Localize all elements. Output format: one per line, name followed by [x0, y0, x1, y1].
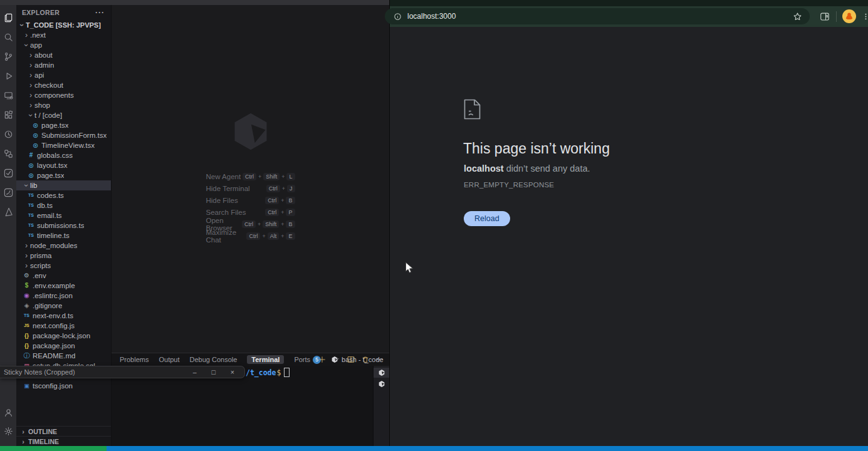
tree-file-codes-ts[interactable]: TScodes.ts: [16, 190, 111, 200]
bookmark-star-icon[interactable]: [793, 12, 802, 21]
tree-folder-components[interactable]: ›components: [16, 90, 111, 100]
tree-file--eslintrc-json[interactable]: ◉.eslintrc.json: [16, 291, 111, 301]
tree-file-email-ts[interactable]: TSemail.ts: [16, 210, 111, 220]
panel-tab-output[interactable]: Output: [159, 356, 179, 363]
tree-file-package-json[interactable]: {}package.json: [16, 341, 111, 351]
prisma-icon[interactable]: [0, 204, 16, 219]
plus-separator: +: [258, 221, 261, 227]
tree-item-label: tsconfig.json: [33, 381, 73, 391]
shortcut-hint: Hide FilesCtrl+B: [206, 194, 295, 206]
remote-icon[interactable]: [0, 88, 16, 103]
browser-menu-icon[interactable]: [862, 12, 868, 21]
side-panel-icon[interactable]: [820, 12, 830, 21]
tree-folder--next[interactable]: ›.next: [16, 30, 111, 40]
tree-file-timeline-ts[interactable]: TStimeline.ts: [16, 231, 111, 241]
tree-folder-lib[interactable]: ›lib: [16, 180, 111, 190]
terminal-dropdown-icon[interactable]: [332, 355, 341, 364]
history-icon[interactable]: [0, 127, 16, 142]
browser-toolbar: localhost:3000: [390, 6, 868, 27]
extensions-icon[interactable]: [0, 107, 16, 122]
panel-tab-ports[interactable]: Ports5: [294, 356, 321, 364]
panel-tab-problems[interactable]: Problems: [120, 356, 149, 363]
tree-file-package-lock-json[interactable]: {}package-lock.json: [16, 331, 111, 341]
toolbar-separator: [836, 11, 837, 22]
tree-folder-t-code-ssh-jpvps-[interactable]: ›T_CODE [SSH: JPVPS]: [16, 20, 111, 30]
tree-item-label: .env: [33, 271, 46, 281]
agent-a-icon[interactable]: [0, 165, 16, 180]
tree-file-db-ts[interactable]: TSdb.ts: [16, 200, 111, 210]
explorer-icon[interactable]: [0, 10, 16, 25]
terminal-session-item[interactable]: [374, 379, 389, 389]
tree-file--env-example[interactable]: $.env.example: [16, 281, 111, 291]
agent-b-icon[interactable]: [0, 185, 16, 200]
tree-file-readme-md[interactable]: ⓘREADME.md: [16, 351, 111, 361]
key-chip: Ctrl: [266, 185, 280, 192]
new-terminal-icon[interactable]: [318, 355, 327, 364]
tree-item-label: SubmissionForm.tsx: [41, 130, 107, 140]
error-host: localhost: [464, 163, 504, 174]
terminal-session-item[interactable]: [374, 368, 389, 378]
chevron-right-icon: ›: [23, 241, 30, 250]
tree-file--env[interactable]: ⚙.env: [16, 271, 111, 281]
tree-item-label: about: [34, 50, 53, 60]
explorer-more-icon[interactable]: ···: [95, 8, 105, 17]
explorer-sidebar: EXPLORER ··· ›T_CODE [SSH: JPVPS]›.next›…: [16, 5, 112, 446]
maximize-button[interactable]: □: [212, 369, 216, 375]
tree-file-layout-tsx[interactable]: ⊛layout.tsx: [16, 160, 111, 170]
tree-folder-shop[interactable]: ›shop: [16, 100, 111, 110]
tree-file--gitignore[interactable]: ◈.gitignore: [16, 301, 111, 311]
tree-item-label: components: [34, 90, 74, 100]
css-file-icon: #: [27, 150, 35, 160]
tree-folder-checkout[interactable]: ›checkout: [16, 80, 111, 90]
tree-file-tsconfig-json[interactable]: ▣tsconfig.json: [16, 381, 111, 391]
plus-separator: +: [282, 185, 285, 192]
minimize-button[interactable]: –: [193, 369, 197, 375]
info-file-icon: ⓘ: [23, 351, 31, 361]
tree-item-label: .eslintrc.json: [33, 291, 73, 301]
outline-section[interactable]: › OUTLINE: [16, 426, 111, 436]
react-file-icon: ⊛: [31, 130, 39, 140]
tree-folder-about[interactable]: ›about: [16, 50, 111, 60]
tree-file-page-tsx[interactable]: ⊛page.tsx: [16, 120, 111, 130]
address-bar[interactable]: localhost:3000: [385, 8, 810, 24]
tree-file-page-tsx[interactable]: ⊛page.tsx: [16, 170, 111, 180]
tree-folder-node-modules[interactable]: ›node_modules: [16, 241, 111, 251]
search-icon[interactable]: [0, 29, 16, 44]
infra-icon[interactable]: [0, 146, 16, 161]
tree-folder-app[interactable]: ›app: [16, 40, 111, 50]
tree-folder-prisma[interactable]: ›prisma: [16, 251, 111, 261]
panel-tab-terminal[interactable]: Terminal: [247, 355, 284, 364]
sticky-notes-window[interactable]: Sticky Notes (Cropped) – □ ×: [0, 366, 245, 378]
tree-file-next-env-d-ts[interactable]: TSnext-env.d.ts: [16, 311, 111, 321]
kill-terminal-icon[interactable]: [361, 355, 370, 364]
tree-file-submissionform-tsx[interactable]: ⊛SubmissionForm.tsx: [16, 130, 111, 140]
tree-folder-scripts[interactable]: ›scripts: [16, 261, 111, 271]
timeline-section[interactable]: › TIMELINE: [16, 436, 111, 446]
reload-button[interactable]: Reload: [464, 211, 510, 226]
remote-status-indicator[interactable]: [0, 446, 107, 451]
tree-file-timelineview-tsx[interactable]: ⊛TimelineView.tsx: [16, 140, 111, 150]
browser-tab-strip: [390, 0, 868, 6]
tree-file-submissions-ts[interactable]: TSsubmissions.ts: [16, 220, 111, 231]
status-bar-main[interactable]: [107, 446, 868, 451]
more-actions-icon[interactable]: [375, 355, 384, 364]
close-button[interactable]: ×: [231, 369, 234, 375]
split-terminal-icon[interactable]: [347, 355, 355, 364]
tree-folder-t-code-[interactable]: ›t / [code]: [16, 110, 111, 120]
panel-tab-debug-console[interactable]: Debug Console: [190, 356, 238, 363]
run-debug-icon[interactable]: [0, 68, 16, 83]
settings-icon[interactable]: [0, 423, 16, 438]
account-icon[interactable]: [0, 405, 16, 420]
diamond-file-icon: ◈: [23, 301, 31, 311]
terminal-prompt[interactable]: /t_code $: [246, 368, 290, 377]
sad-page-icon: [464, 99, 481, 122]
tree-file-globals-css[interactable]: #globals.css: [16, 150, 111, 160]
chevron-right-icon: ›: [20, 437, 26, 446]
site-info-icon[interactable]: [394, 13, 402, 21]
shortcut-label: Search Files: [206, 209, 246, 216]
tree-folder-admin[interactable]: ›admin: [16, 60, 111, 70]
source-control-icon[interactable]: [0, 49, 16, 64]
profile-avatar[interactable]: [842, 9, 856, 23]
tree-folder-api[interactable]: ›api: [16, 70, 111, 80]
tree-file-next-config-js[interactable]: JSnext.config.js: [16, 321, 111, 331]
